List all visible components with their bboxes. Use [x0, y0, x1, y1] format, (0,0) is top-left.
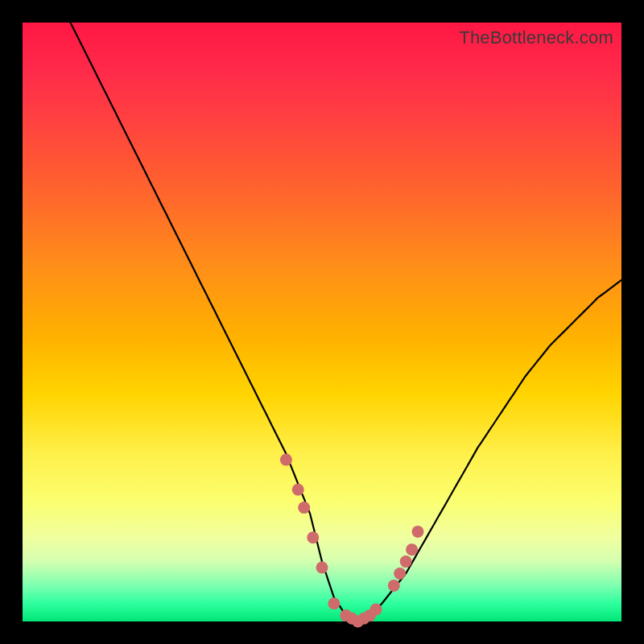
marker-point	[370, 604, 382, 616]
curve-path	[71, 23, 622, 621]
bottleneck-curve	[71, 23, 622, 621]
marker-point	[316, 562, 328, 574]
marker-point	[298, 502, 310, 514]
marker-point	[412, 526, 424, 538]
marker-point	[400, 555, 412, 568]
plot-area: TheBottleneck.com	[23, 23, 621, 621]
marker-point	[388, 580, 400, 592]
marker-point	[307, 531, 319, 543]
chart-frame: TheBottleneck.com	[0, 0, 644, 644]
marker-point	[280, 454, 292, 466]
highlight-markers	[280, 454, 424, 628]
marker-point	[328, 597, 340, 609]
marker-point	[394, 568, 406, 580]
curve-layer	[23, 23, 621, 621]
marker-point	[292, 484, 304, 496]
marker-point	[406, 543, 418, 555]
